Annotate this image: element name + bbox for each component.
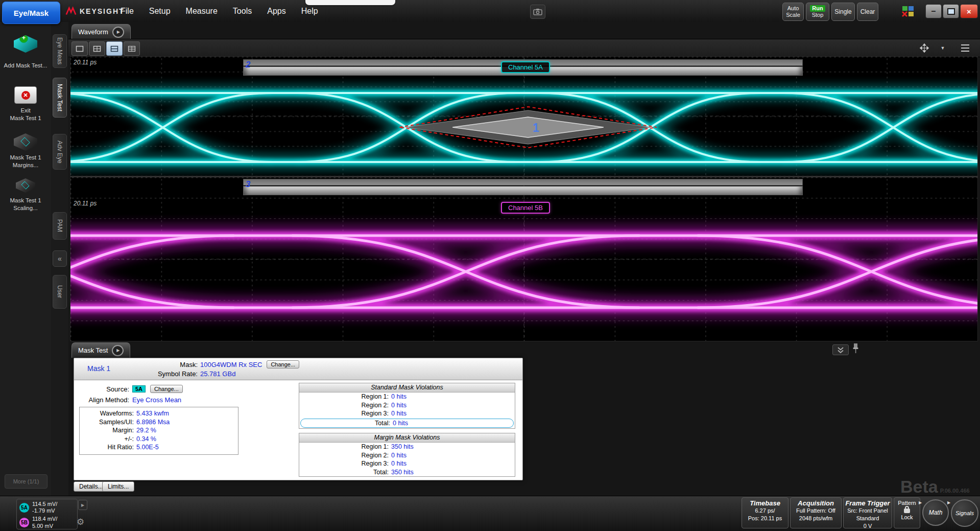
screenshot-camera-icon[interactable] [530,5,545,19]
region-value: 0 hits [391,410,407,417]
menu-tools[interactable]: Tools [233,7,252,16]
tab-user[interactable]: User [53,275,67,309]
tab-eye-meas[interactable]: Eye Meas [53,34,67,68]
pin-panel-button[interactable] [852,343,859,356]
memory-bar-3[interactable]: 3 [243,179,803,195]
app-window: KEYSIGHT File Setup Measure Tools Apps H… [0,0,980,531]
mask-test-panel-tab[interactable]: Mask Test ▶ [71,342,130,358]
sidebar-item-label: Exit [0,107,51,114]
acquisition-line1: Full Pattern: Off [791,507,841,515]
more-button[interactable]: More (1/1) [5,474,47,489]
minimize-button[interactable]: – [925,4,942,18]
timebase-panel[interactable]: Timebase 6.27 ps/ Pos: 20.11 ps [742,497,788,528]
tab-mask-test[interactable]: Mask Test [53,78,67,118]
sidebar-item-mask-margins[interactable]: Mask Test 1 Margins... [0,133,51,169]
tab-pam[interactable]: PAM [53,212,67,240]
close-button[interactable]: × [960,4,978,18]
standard-total-highlight: Total:0 hits [300,419,514,428]
menu-measure[interactable]: Measure [186,7,218,16]
layout-grid-button[interactable] [124,41,140,56]
auto-scale-button[interactable]: Auto Scale [782,3,804,21]
math-button[interactable]: Math [922,499,949,526]
card-body: Source: 5A Change... Align Method: Eye C… [74,380,522,479]
region-label: Region 3: [299,460,389,467]
plus-icon: + [19,34,28,43]
collapse-panel-button[interactable]: « [53,250,67,267]
waveform-run-icon[interactable]: ▶ [112,27,124,38]
channel-panel-expander[interactable]: ▶ [78,500,87,510]
mask-test-run-icon[interactable]: ▶ [112,345,124,356]
side-tab-strip: Eye Meas Mask Test Adv Eye PAM « User [51,22,68,496]
mask-title: Mask 1 [87,364,110,373]
run-stop-button[interactable]: Run Stop [806,3,829,21]
maximize-button[interactable] [943,4,959,18]
pattern-lock-line2: Lock [894,514,920,521]
clear-button[interactable]: Clear [857,3,878,21]
stat-value: 6.8986 Msa [136,419,170,426]
display-config-icon[interactable] [901,5,915,18]
sidebar-item-label: Mask Test 1 [0,114,51,122]
layout-grid-icon [128,45,136,52]
change-source-button[interactable]: Change... [150,385,183,393]
channel-5a-scale: 114.5 mV/ [32,501,57,507]
layout-stacked-icon [110,45,118,52]
region-label: Region 1: [299,443,389,450]
acquisition-stats-box: Waveforms:5.433 kwfm Samples/UI:6.8986 M… [79,407,238,455]
margin-violations-box: Margin Mask Violations Region 1:350 hits… [299,433,515,477]
left-sidebar: + Add Mask Test... ✕ Exit Mask Test 1 Ma… [0,22,52,496]
collapse-results-button[interactable] [832,344,849,355]
pan-zoom-button[interactable] [918,42,931,54]
channel-5b-indicator[interactable]: 5B [19,518,29,527]
memory-bar-thumb[interactable] [243,186,803,195]
auto-scale-line2: Scale [786,12,800,18]
pattern-lock-button[interactable]: Pattern Lock [894,497,920,528]
margin-violations-title: Margin Mask Violations [299,433,515,443]
single-button[interactable]: Single [831,3,855,21]
settings-gear-icon[interactable]: ⚙ [77,517,84,527]
menu-apps[interactable]: Apps [267,7,285,16]
graph-channel-5a[interactable]: 1 20.11 ps 2 Channel 5A [70,56,978,176]
channel-5b-row[interactable]: 5B 118.4 mV/ 5.00 mV [17,514,77,529]
app-mode-button[interactable]: Eye/Mask [2,2,60,24]
tab-adv-eye[interactable]: Adv Eye [53,134,67,170]
signals-button[interactable]: Signals [951,499,978,527]
change-mask-button[interactable]: Change... [267,360,299,368]
channel-5a-row[interactable]: 5A 114.5 mV/ -1.79 mV [17,499,77,514]
signals-arrow-icon: ▶ [947,500,950,505]
layout-stacked-button[interactable] [106,41,123,56]
stop-label: Stop [812,12,824,18]
mask-number-label: 1 [533,121,539,134]
minimize-icon: – [931,7,936,16]
menu-setup[interactable]: Setup [149,7,171,16]
sidebar-item-exit-mask-test[interactable]: ✕ Exit Mask Test 1 [0,86,51,122]
align-method-label: Align Method: [74,396,129,404]
hamburger-icon [961,44,969,45]
total-value: 350 hits [391,469,414,476]
channel-scale-panel[interactable]: 5A 114.5 mV/ -1.79 mV 5B 118.4 mV/ 5.00 … [16,499,78,529]
layout-single-button[interactable] [71,41,88,56]
acquisition-title: Acquisition [791,499,841,507]
sidebar-item-mask-scaling[interactable]: Mask Test 1 Scaling... [0,178,51,212]
region-value: 350 hits [391,443,414,450]
region-label: Region 3: [299,410,389,417]
diamond-icon [21,181,29,189]
sidebar-item-label: Mask Test 1 [0,197,51,204]
mask-test-results-card: Mask 1 Mask: 100G4WDM Rx SEC Change... S… [74,358,523,480]
hamburger-icon [961,48,969,49]
sidebar-item-add-mask-test[interactable]: + Add Mask Test... [0,35,51,70]
limits-button[interactable]: Limits... [102,481,134,492]
memory-bar-track [243,179,803,186]
graph-channel-5b[interactable]: 3 20.11 ps Channel 5B [70,176,978,341]
memory-bar-number: 3 [246,179,250,190]
channel-5a-indicator[interactable]: 5A [19,503,29,513]
acquisition-panel[interactable]: Acquisition Full Pattern: Off 2048 pts/w… [790,497,842,528]
layout-quad-button[interactable] [89,41,105,56]
symbol-rate-value: 25.781 GBd [200,370,235,378]
waveform-menu-button[interactable] [960,42,971,54]
main-area: Waveform ▶ ▼ [68,22,980,496]
menu-help[interactable]: Help [301,7,318,16]
toolbar-dropdown-button[interactable]: ▼ [937,42,948,54]
frame-trigger-panel[interactable]: Frame Trigger Src: Front Panel Standard … [843,497,892,528]
menu-file[interactable]: File [121,7,134,16]
waveform-tab[interactable]: Waveform ▶ [71,24,131,39]
